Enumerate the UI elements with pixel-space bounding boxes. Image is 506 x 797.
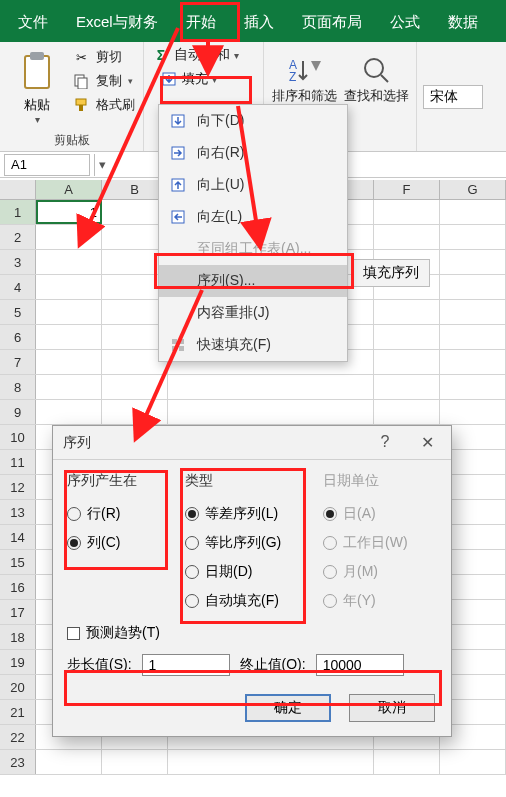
tab-insert[interactable]: 插入 <box>230 3 288 42</box>
tab-file[interactable]: 文件 <box>4 3 62 42</box>
cell-F1[interactable] <box>374 200 440 224</box>
radio-autofill[interactable]: 自动填充(F) <box>185 592 309 610</box>
cell-G3[interactable] <box>440 250 506 274</box>
paste-button[interactable]: 粘贴 ▾ <box>8 46 66 125</box>
fill-right-item[interactable]: 向右(R) <box>159 137 347 169</box>
row-header-9[interactable]: 9 <box>0 400 36 424</box>
tab-formula[interactable]: 公式 <box>376 3 434 42</box>
copy-button[interactable]: 复制 ▾ <box>72 72 135 90</box>
row-header-13[interactable]: 13 <box>0 500 36 524</box>
cell-A6[interactable] <box>36 325 102 349</box>
row-header-14[interactable]: 14 <box>0 525 36 549</box>
cell-G9[interactable] <box>440 400 506 424</box>
cell-B8[interactable] <box>102 375 168 399</box>
row-header-10[interactable]: 10 <box>0 425 36 449</box>
row-header-16[interactable]: 16 <box>0 575 36 599</box>
trend-checkbox[interactable]: 预测趋势(T) <box>67 624 437 642</box>
row-header-1[interactable]: 1 <box>0 200 36 224</box>
radio-date[interactable]: 日期(D) <box>185 563 309 581</box>
row-header-11[interactable]: 11 <box>0 450 36 474</box>
fill-flash-item[interactable]: 快速填充(F) <box>159 329 347 361</box>
cell-F5[interactable] <box>374 300 440 324</box>
scissors-icon: ✂ <box>72 48 90 66</box>
col-header-G[interactable]: G <box>440 180 506 199</box>
fill-across-label: 至同组工作表(A)... <box>197 240 311 258</box>
row-header-2[interactable]: 2 <box>0 225 36 249</box>
row-header-15[interactable]: 15 <box>0 550 36 574</box>
row-header-12[interactable]: 12 <box>0 475 36 499</box>
cell-G8[interactable] <box>440 375 506 399</box>
col-header-F[interactable]: F <box>374 180 440 199</box>
cell-A9[interactable] <box>36 400 102 424</box>
row-header-21[interactable]: 21 <box>0 700 36 724</box>
radio-linear[interactable]: 等差序列(L) <box>185 505 309 523</box>
find-select-button[interactable]: 查找和选择 <box>340 42 412 116</box>
tab-data[interactable]: 数据 <box>434 3 492 42</box>
select-all-corner[interactable] <box>0 180 36 199</box>
row-header-22[interactable]: 22 <box>0 725 36 749</box>
cell-A5[interactable] <box>36 300 102 324</box>
tab-start[interactable]: 开始 <box>172 3 230 42</box>
col-header-A[interactable]: A <box>36 180 102 199</box>
cell-A8[interactable] <box>36 375 102 399</box>
name-box[interactable]: A1 <box>4 154 90 176</box>
cell-A7[interactable] <box>36 350 102 374</box>
radio-row[interactable]: 行(R) <box>67 505 171 523</box>
dialog-help-button[interactable]: ? <box>371 433 399 452</box>
cut-button[interactable]: ✂ 剪切 <box>72 48 135 66</box>
fill-down-item[interactable]: 向下(D) <box>159 105 347 137</box>
tab-page-layout[interactable]: 页面布局 <box>288 3 376 42</box>
clipboard-icon <box>19 50 55 94</box>
row-header-4[interactable]: 4 <box>0 275 36 299</box>
cell-F2[interactable] <box>374 225 440 249</box>
radio-growth[interactable]: 等比序列(G) <box>185 534 309 552</box>
cell-B9[interactable] <box>102 400 168 424</box>
cell-G5[interactable] <box>440 300 506 324</box>
radio-col[interactable]: 列(C) <box>67 534 171 552</box>
row-header-6[interactable]: 6 <box>0 325 36 349</box>
row-header-8[interactable]: 8 <box>0 375 36 399</box>
step-input[interactable] <box>142 654 230 676</box>
fill-justify-item[interactable]: 内容重排(J) <box>159 297 347 329</box>
row-header-18[interactable]: 18 <box>0 625 36 649</box>
cell-A4[interactable] <box>36 275 102 299</box>
tab-excel-finance[interactable]: Excel与财务 <box>62 3 172 42</box>
ok-button[interactable]: 确定 <box>245 694 331 722</box>
row-header-3[interactable]: 3 <box>0 250 36 274</box>
row-header-5[interactable]: 5 <box>0 300 36 324</box>
cell-A1[interactable]: 1 <box>36 200 102 224</box>
row-header-20[interactable]: 20 <box>0 675 36 699</box>
fill-button[interactable]: 填充 ▾ <box>152 68 255 90</box>
autosum-button[interactable]: Σ 自动求和 ▾ <box>152 46 255 64</box>
cell-G6[interactable] <box>440 325 506 349</box>
cell-G23[interactable] <box>440 750 506 774</box>
flash-fill-icon <box>169 336 187 354</box>
cell-A2[interactable] <box>36 225 102 249</box>
cell-G1[interactable] <box>440 200 506 224</box>
fill-up-item[interactable]: 向上(U) <box>159 169 347 201</box>
row-header-17[interactable]: 17 <box>0 600 36 624</box>
cell-B23[interactable] <box>102 750 168 774</box>
font-family-select[interactable]: 宋体 <box>423 85 483 109</box>
stop-input[interactable] <box>316 654 404 676</box>
name-box-dropdown[interactable]: ▾ <box>94 154 110 176</box>
cell-F23[interactable] <box>374 750 440 774</box>
row-header-7[interactable]: 7 <box>0 350 36 374</box>
row-header-23[interactable]: 23 <box>0 750 36 774</box>
fill-left-item[interactable]: 向左(L) <box>159 201 347 233</box>
cancel-button[interactable]: 取消 <box>349 694 435 722</box>
radio-weekday-label: 工作日(W) <box>343 534 408 552</box>
row-header-19[interactable]: 19 <box>0 650 36 674</box>
cell-G7[interactable] <box>440 350 506 374</box>
cell-F7[interactable] <box>374 350 440 374</box>
format-painter-button[interactable]: 格式刷 <box>72 96 135 114</box>
cell-F9[interactable] <box>374 400 440 424</box>
cell-F8[interactable] <box>374 375 440 399</box>
cell-G4[interactable] <box>440 275 506 299</box>
cell-F6[interactable] <box>374 325 440 349</box>
cell-A3[interactable] <box>36 250 102 274</box>
cell-A23[interactable] <box>36 750 102 774</box>
dialog-close-button[interactable]: ✕ <box>413 433 441 452</box>
cell-G2[interactable] <box>440 225 506 249</box>
fill-series-item[interactable]: 序列(S)... <box>159 265 347 297</box>
